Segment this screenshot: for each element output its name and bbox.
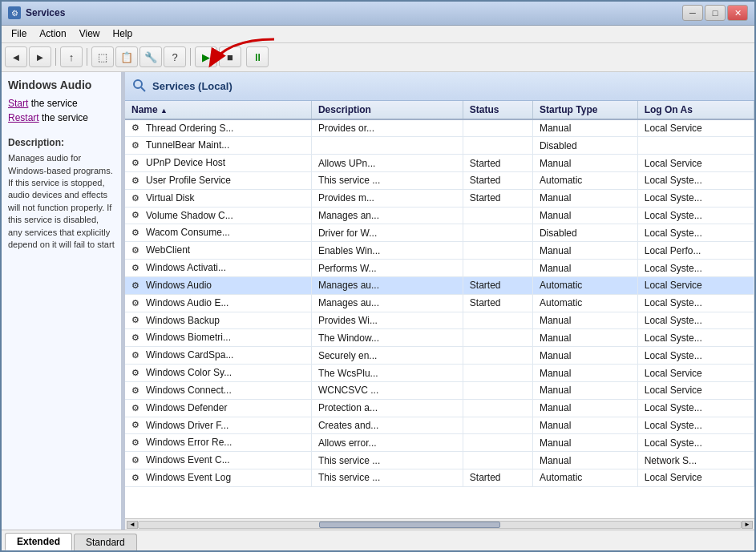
app-window: ⚙ Services ─ □ ✕ File Action View Help ◄… (0, 0, 756, 552)
table-row[interactable]: ⚙Windows Audio E...Manages au...StartedA… (125, 294, 754, 312)
menu-help[interactable]: Help (107, 26, 139, 41)
table-row[interactable]: ⚙WebClientEnables Win...ManualLocal Perf… (125, 242, 754, 260)
toolbar-separator-1 (55, 48, 56, 66)
menu-view[interactable]: View (73, 26, 107, 41)
menu-file[interactable]: File (5, 26, 33, 41)
back-button[interactable]: ◄ (5, 46, 27, 67)
col-header-logon[interactable]: Log On As (637, 101, 754, 119)
table-row[interactable]: ⚙Windows Event C...This service ...Manua… (125, 452, 754, 469)
minimize-button[interactable]: ─ (682, 5, 703, 21)
services-list-panel: Services (Local) Name ▲ Description Stat… (125, 72, 754, 530)
services-header-bar: Services (Local) (125, 72, 754, 101)
table-row[interactable]: ⚙Windows BackupProvides Wi...ManualLocal… (125, 312, 754, 329)
svg-line-2 (141, 87, 145, 91)
table-row[interactable]: ⚙TunnelBear Maint...Disabled (125, 137, 754, 155)
restart-label: the service (39, 112, 88, 123)
menu-action[interactable]: Action (33, 26, 72, 41)
scroll-left-button[interactable]: ◄ (127, 521, 138, 529)
table-row[interactable]: ⚙Windows Connect...WCNCSVC ...ManualLoca… (125, 381, 754, 399)
toolbar: ◄ ► ↑ ⬚ 📋 🔧 ? ▶ ■ ⏸ (2, 43, 754, 72)
table-row[interactable]: ⚙Windows Biometri...The Window...ManualL… (125, 329, 754, 347)
table-row[interactable]: ⚙Windows Event LogThis service ...Starte… (125, 469, 754, 487)
services-table-body: ⚙Thread Ordering S...Provides or...Manua… (125, 119, 754, 487)
properties-button[interactable]: 🔧 (139, 46, 162, 67)
toolbar-separator-2 (87, 48, 87, 66)
table-row[interactable]: ⚙Virtual DiskProvides m...StartedManualL… (125, 189, 754, 207)
services-panel-title: Services (Local) (152, 80, 232, 92)
table-row[interactable]: ⚙User Profile ServiceThis service ...Sta… (125, 171, 754, 189)
services-search-icon (131, 78, 148, 94)
up-button[interactable]: ↑ (60, 46, 83, 67)
play-button[interactable]: ▶ (195, 46, 217, 67)
service-description: Description: Manages audio for Windows-b… (8, 136, 115, 252)
table-row[interactable]: ⚙Windows CardSpa...Securely en...ManualL… (125, 347, 754, 365)
restart-service-row: Restart the service (8, 112, 115, 123)
scroll-track[interactable] (138, 521, 742, 529)
table-row[interactable]: ⚙Thread Ordering S...Provides or...Manua… (125, 119, 754, 137)
col-header-name[interactable]: Name ▲ (125, 101, 311, 119)
service-name-heading: Windows Audio (8, 79, 115, 91)
col-header-status[interactable]: Status (463, 101, 532, 119)
table-row[interactable]: ⚙Windows Driver F...Creates and...Manual… (125, 417, 754, 434)
app-icon: ⚙ (8, 6, 21, 19)
table-row[interactable]: ⚙Windows DefenderProtection a...ManualLo… (125, 399, 754, 417)
toolbar-separator-3 (190, 48, 191, 66)
col-header-description[interactable]: Description (311, 101, 463, 119)
service-detail-panel: Windows Audio Start the service Restart … (2, 72, 122, 530)
forward-button[interactable]: ► (29, 46, 51, 67)
tab-standard[interactable]: Standard (74, 534, 137, 550)
table-row[interactable]: ⚙Wacom Consume...Driver for W...Disabled… (125, 224, 754, 242)
table-row[interactable]: ⚙UPnP Device HostAllows UPn...StartedMan… (125, 155, 754, 172)
pause-button[interactable]: ⏸ (246, 46, 269, 67)
stop-button[interactable]: ■ (219, 46, 241, 67)
show-hide-button[interactable]: ⬚ (91, 46, 114, 67)
description-text: Manages audio for Windows-based programs… (8, 153, 115, 249)
title-bar: ⚙ Services ─ □ ✕ (2, 2, 754, 26)
description-label: Description: (8, 136, 115, 150)
col-header-startup[interactable]: Startup Type (532, 101, 637, 119)
bottom-tab-bar: Extended Standard (2, 530, 754, 550)
close-button[interactable]: ✕ (727, 5, 748, 21)
services-table-container[interactable]: Name ▲ Description Status Startup Type L… (125, 101, 754, 519)
tab-extended[interactable]: Extended (5, 533, 72, 550)
table-row[interactable]: ⚙Volume Shadow C...Manages an...ManualLo… (125, 207, 754, 224)
menu-bar: File Action View Help (2, 26, 754, 43)
main-content: Windows Audio Start the service Restart … (2, 72, 754, 530)
scroll-right-button[interactable]: ► (742, 521, 753, 529)
start-label: the service (28, 98, 77, 109)
window-title: Services (26, 7, 682, 18)
window-controls: ─ □ ✕ (682, 5, 748, 21)
horizontal-scrollbar[interactable]: ◄ ► (125, 518, 754, 530)
svg-point-1 (134, 80, 142, 88)
scroll-thumb[interactable] (319, 522, 499, 528)
table-row[interactable]: ⚙Windows Activati...Performs W...ManualL… (125, 260, 754, 277)
table-header-row: Name ▲ Description Status Startup Type L… (125, 101, 754, 119)
table-row[interactable]: ⚙Windows Error Re...Allows error...Manua… (125, 434, 754, 452)
start-service-link[interactable]: Start (8, 98, 28, 109)
table-row[interactable]: ⚙Windows Color Sy...The WcsPlu...ManualL… (125, 365, 754, 382)
services-table: Name ▲ Description Status Startup Type L… (125, 101, 754, 487)
restore-button[interactable]: □ (705, 5, 726, 21)
export-button[interactable]: 📋 (115, 46, 138, 67)
start-service-row: Start the service (8, 98, 115, 109)
help-button[interactable]: ? (164, 46, 186, 67)
table-row[interactable]: ⚙Windows AudioManages au...StartedAutoma… (125, 276, 754, 294)
restart-service-link[interactable]: Restart (8, 112, 39, 123)
